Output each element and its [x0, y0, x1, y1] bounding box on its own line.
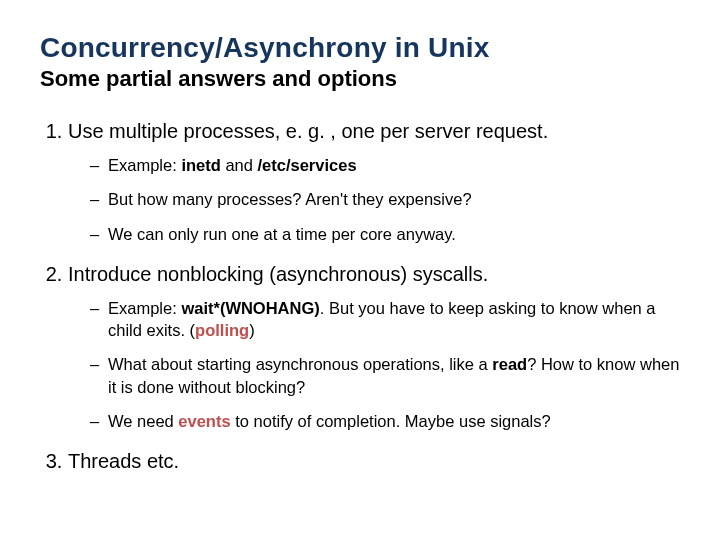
sub-plain: But how many processes? Aren't they expe… [108, 190, 472, 208]
sub-prefix: Example: [108, 299, 181, 317]
list-item: Introduce nonblocking (asynchronous) sys… [68, 261, 680, 432]
sub-prefix: Example: [108, 156, 181, 174]
sub-prefix: We need [108, 412, 178, 430]
sub-mid: to notify of completion. Maybe use signa… [231, 412, 551, 430]
sub-item: We can only run one at a time per core a… [90, 223, 680, 245]
sub-item: Example: inetd and /etc/services [90, 154, 680, 176]
ordered-list: Use multiple processes, e. g. , one per … [40, 118, 680, 474]
sub-accent: events [178, 412, 230, 430]
item-text: Threads etc. [68, 450, 179, 472]
sub-bold: read [492, 355, 527, 373]
sub-list: Example: inetd and /etc/services But how… [68, 154, 680, 245]
sub-plain: We can only run one at a time per core a… [108, 225, 456, 243]
slide: Concurrency/Asynchrony in Unix Some part… [0, 0, 720, 540]
sub-mid: and [221, 156, 258, 174]
sub-bold2: /etc/services [258, 156, 357, 174]
sub-accent: polling [195, 321, 249, 339]
slide-subtitle: Some partial answers and options [40, 66, 680, 92]
sub-bold: wait*(WNOHANG) [181, 299, 319, 317]
list-item: Use multiple processes, e. g. , one per … [68, 118, 680, 245]
sub-item: We need events to notify of completion. … [90, 410, 680, 432]
sub-item: Example: wait*(WNOHANG). But you have to… [90, 297, 680, 342]
sub-suffix: ) [249, 321, 255, 339]
sub-list: Example: wait*(WNOHANG). But you have to… [68, 297, 680, 432]
item-text: Use multiple processes, e. g. , one per … [68, 120, 548, 142]
item-text: Introduce nonblocking (asynchronous) sys… [68, 263, 488, 285]
sub-prefix: What about starting asynchronous operati… [108, 355, 492, 373]
list-item: Threads etc. [68, 448, 680, 474]
slide-title: Concurrency/Asynchrony in Unix [40, 32, 680, 64]
sub-bold: inetd [181, 156, 220, 174]
sub-item: But how many processes? Aren't they expe… [90, 188, 680, 210]
sub-item: What about starting asynchronous operati… [90, 353, 680, 398]
